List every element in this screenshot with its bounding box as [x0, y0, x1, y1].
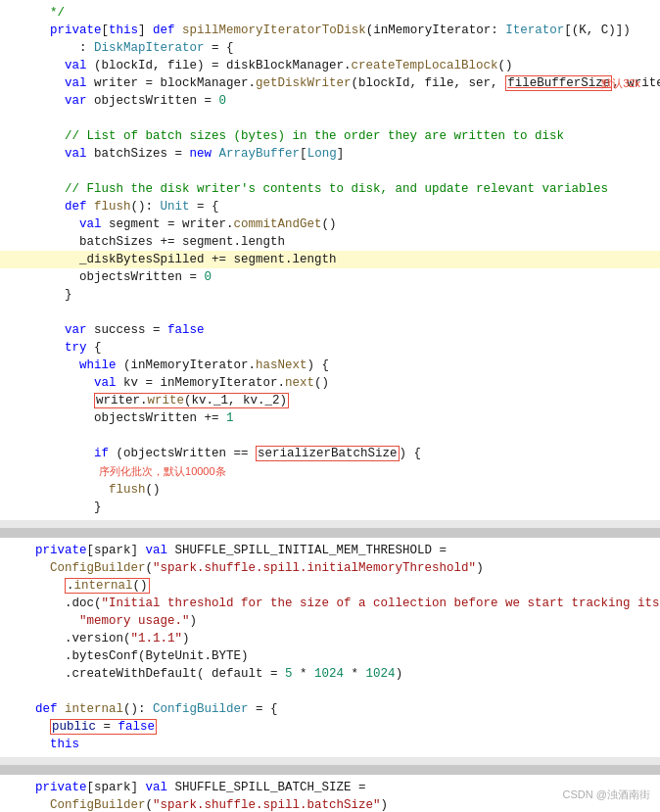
- line-blank-5: [0, 683, 660, 700]
- code-block-3: private[spark] val SHUFFLE_SPILL_BATCH_S…: [0, 775, 660, 812]
- line-val-writer: val writer = blockManager.getDiskWriter(…: [0, 74, 660, 92]
- line-comment-flush: // Flush the disk writer's contents to d…: [0, 180, 660, 198]
- line-batchsizes-append: batchSizes += segment.length: [0, 233, 660, 251]
- line-configbuilder-2: ConfigBuilder("spark.shuffle.spill.batch…: [0, 796, 660, 812]
- line-flush-call: flush(): [0, 481, 660, 499]
- watermark: CSDN @浊酒南街: [563, 788, 650, 802]
- line-private-spark-val: private[spark] val SHUFFLE_SPILL_INITIAL…: [0, 542, 660, 559]
- line-comment-batchsizes: // List of batch sizes (bytes) in the or…: [0, 127, 660, 145]
- section-separator-2: [0, 765, 660, 775]
- line-if-serializer: if (objectsWritten == serializerBatchSiz…: [0, 445, 660, 481]
- annotation-filebuffer: 默认32k: [601, 74, 640, 92]
- section-separator-1: [0, 528, 660, 538]
- line-diskmap: : DiskMapIterator = {: [0, 39, 660, 57]
- line-comment-close: */: [0, 4, 660, 22]
- line-try: try {: [0, 339, 660, 357]
- line-this-1: this: [0, 736, 660, 753]
- line-internal-1: .internal(): [0, 577, 660, 595]
- line-val-segment: val segment = writer.commitAndGet(): [0, 215, 660, 233]
- line-createwithdefault-1: .createWithDefault( default = 5 * 1024 *…: [0, 665, 660, 683]
- line-if-close: }: [0, 499, 660, 516]
- line-var-objects: var objectsWritten = 0: [0, 92, 660, 110]
- line-blank-2: [0, 163, 660, 180]
- line-blank-4: [0, 427, 660, 445]
- line-configbuilder-1: ConfigBuilder("spark.shuffle.spill.initi…: [0, 559, 660, 577]
- code-block-2: private[spark] val SHUFFLE_SPILL_INITIAL…: [0, 538, 660, 765]
- line-doc-1a: .doc("Initial threshold for the size of …: [0, 595, 660, 612]
- line-val-kv: val kv = inMemoryIterator.next(): [0, 374, 660, 392]
- line-def-flush: def flush(): Unit = {: [0, 198, 660, 215]
- code-block-1: */ private[this] def spillMemoryIterator…: [0, 0, 660, 528]
- line-val-batchsizes: val batchSizes = new ArrayBuffer[Long]: [0, 145, 660, 163]
- annotation-serializer: 序列化批次，默认10000条: [99, 465, 226, 477]
- line-private-spark-val-2: private[spark] val SHUFFLE_SPILL_BATCH_S…: [0, 779, 660, 796]
- line-objects-reset: objectsWritten = 0: [0, 268, 660, 286]
- line-public-false-1: public = false: [0, 718, 660, 736]
- line-bytesconf: .bytesConf(ByteUnit.BYTE): [0, 647, 660, 665]
- line-var-success: var success = false: [0, 321, 660, 339]
- line-writer-write: writer.write(kv._1, kv._2): [0, 392, 660, 409]
- code-container: */ private[this] def spillMemoryIterator…: [0, 0, 660, 812]
- line-val-blockid: val (blockId, file) = diskBlockManager.c…: [0, 57, 660, 74]
- line-def-internal-1: def internal(): ConfigBuilder = {: [0, 700, 660, 718]
- line-doc-1b: "memory usage."): [0, 612, 660, 630]
- line-diskbytes: _diskBytesSpilled += segment.length: [0, 251, 660, 268]
- line-flush-close: }: [0, 286, 660, 304]
- line-spill-def: private[this] def spillMemoryIteratorToD…: [0, 22, 660, 39]
- line-while: while (inMemoryIterator.hasNext) {: [0, 357, 660, 374]
- line-blank-1: [0, 110, 660, 127]
- line-version-1: .version("1.1.1"): [0, 630, 660, 647]
- line-blank-3: [0, 304, 660, 321]
- line-objects-increment: objectsWritten += 1: [0, 409, 660, 427]
